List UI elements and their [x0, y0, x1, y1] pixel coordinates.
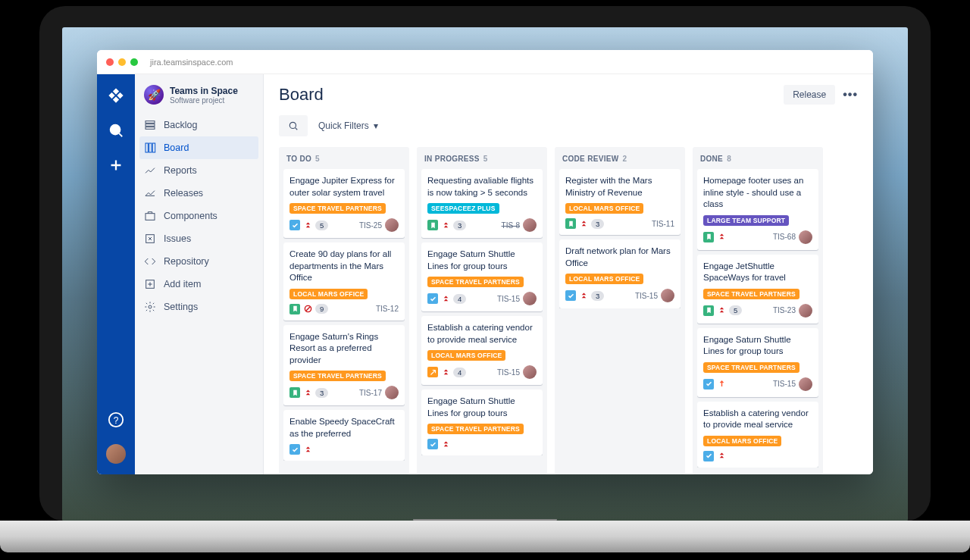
card-title: Engage Saturn Shuttle Lines for group to…	[427, 396, 537, 419]
issue-card[interactable]: Draft network plan for Mars OfficeLOCAL …	[559, 239, 681, 308]
epic-tag: SPACE TRAVEL PARTNERS	[427, 424, 524, 434]
app-window: jira.teamsinspace.com ?	[97, 50, 873, 474]
column-done: DONE 8Homepage footer uses an inline sty…	[693, 147, 823, 474]
issue-type-icon	[289, 387, 300, 398]
card-title: Homepage footer uses an inline style - s…	[703, 175, 812, 211]
assignee-avatar	[523, 218, 537, 232]
estimate-badge: 5	[315, 221, 328, 230]
chevron-down-icon: ▾	[374, 120, 378, 131]
epic-tag: LOCAL MARS OFFICE	[427, 350, 505, 361]
sidebar-item-components[interactable]: Components	[135, 205, 263, 227]
sidebar-item-board[interactable]: Board	[139, 136, 258, 159]
issue-key: TIS-12	[376, 305, 399, 313]
issue-card[interactable]: Enable Speedy SpaceCraft as the preferre…	[283, 410, 405, 461]
issue-card[interactable]: Engage Saturn Shuttle Lines for group to…	[697, 328, 818, 397]
issue-card[interactable]: Establish a catering vendor to provide m…	[421, 316, 543, 385]
sidebar-item-reports[interactable]: Reports	[135, 159, 263, 182]
issue-type-icon	[703, 232, 714, 242]
search-icon[interactable]	[105, 120, 127, 141]
sidebar-item-label: Components	[164, 211, 217, 221]
estimate-badge: 3	[315, 388, 328, 398]
epic-tag: LARGE TEAM SUPPORT	[703, 215, 789, 226]
user-avatar[interactable]	[106, 444, 126, 464]
card-title: Create 90 day plans for all departments …	[289, 249, 399, 284]
jira-logo-icon[interactable]	[105, 85, 127, 106]
quick-filters-label: Quick Filters	[318, 120, 369, 131]
project-type: Software project	[170, 96, 238, 105]
global-nav-rail: ?	[97, 74, 135, 474]
issue-type-icon	[289, 444, 300, 455]
svg-text:?: ?	[114, 415, 119, 426]
column-header: IN PROGRESS 5	[421, 153, 543, 169]
create-icon[interactable]	[105, 155, 127, 176]
issue-card[interactable]: Register with the Mars Ministry of Reven…	[559, 169, 681, 235]
column-in-progress: IN PROGRESS 5Requesting avaliable flight…	[417, 147, 547, 474]
help-icon[interactable]: ?	[105, 409, 127, 430]
issue-type-icon	[427, 367, 438, 377]
project-header[interactable]: 🚀 Teams in Space Software project	[135, 85, 263, 114]
issue-card[interactable]: Engage Saturn Shuttle Lines for group to…	[421, 389, 543, 455]
issue-card[interactable]: Engage Saturn Shuttle Lines for group to…	[421, 242, 543, 311]
sidebar-item-issues[interactable]: Issues	[135, 227, 263, 250]
issue-key: TIS-17	[359, 389, 382, 397]
issue-card[interactable]: Engage Saturn's Rings Resort as a prefer…	[283, 325, 405, 406]
epic-tag: LOCAL MARS OFFICE	[565, 274, 643, 284]
estimate-badge: 9	[315, 304, 328, 314]
card-title: Engage JetShuttle SpaceWays for travel	[703, 261, 812, 284]
issue-key: TIS-15	[497, 368, 520, 377]
assignee-avatar	[385, 386, 399, 399]
priority-icon	[717, 306, 726, 315]
issue-key: TIS-15	[773, 380, 796, 388]
priority-icon	[717, 452, 726, 461]
sidebar-item-settings[interactable]: Settings	[135, 296, 263, 318]
assignee-avatar	[799, 377, 812, 391]
issue-card[interactable]: Create 90 day plans for all departments …	[283, 242, 405, 321]
minimize-window-icon[interactable]	[118, 58, 126, 66]
sidebar-item-releases[interactable]: Releases	[135, 182, 263, 205]
quick-filters-dropdown[interactable]: Quick Filters ▾	[318, 120, 378, 131]
issue-card[interactable]: Engage Jupiter Express for outer solar s…	[283, 169, 405, 238]
estimate-badge: 4	[453, 294, 466, 304]
column-to-do: TO DO 5Engage Jupiter Express for outer …	[279, 147, 409, 474]
sidebar-item-label: Add item	[164, 279, 201, 289]
board-search-input[interactable]	[279, 115, 308, 136]
issue-key: TIS-23	[773, 306, 796, 314]
issue-card[interactable]: Homepage footer uses an inline style - s…	[697, 169, 818, 250]
issue-type-icon	[565, 218, 576, 229]
more-icon[interactable]: •••	[843, 88, 858, 102]
sidebar-item-repository[interactable]: Repository	[135, 250, 263, 273]
epic-tag: SPACE TRAVEL PARTNERS	[703, 362, 799, 373]
sidebar-item-add-item[interactable]: Add item	[135, 273, 263, 296]
svg-rect-8	[146, 127, 155, 130]
issue-type-icon	[427, 220, 438, 230]
card-title: Draft network plan for Mars Office	[565, 246, 674, 269]
url-text: jira.teamsinspace.com	[150, 58, 233, 67]
priority-icon	[303, 445, 312, 454]
column-header: CODE REVIEW 2	[559, 153, 681, 169]
card-title: Establish a catering vendor to provide m…	[703, 408, 812, 431]
assignee-avatar	[523, 292, 537, 305]
priority-icon	[441, 294, 450, 303]
sidebar-item-label: Reports	[164, 165, 197, 176]
issue-card[interactable]: Requesting avaliable flights is now taki…	[421, 169, 543, 238]
release-button[interactable]: Release	[784, 85, 835, 105]
sidebar-item-backlog[interactable]: Backlog	[135, 114, 263, 136]
issue-card[interactable]: Engage JetShuttle SpaceWays for travelSP…	[697, 255, 818, 324]
priority-icon	[441, 368, 450, 377]
issue-card[interactable]: Establish a catering vendor to provide m…	[697, 402, 818, 468]
estimate-badge: 3	[591, 219, 604, 229]
close-window-icon[interactable]	[106, 58, 114, 66]
maximize-window-icon[interactable]	[130, 58, 138, 66]
issue-type-icon	[289, 220, 300, 230]
card-title: Register with the Mars Ministry of Reven…	[565, 175, 674, 199]
estimate-badge: 3	[591, 291, 604, 301]
issue-type-icon	[703, 451, 714, 461]
priority-icon	[579, 291, 588, 300]
epic-tag: LOCAL MARS OFFICE	[289, 289, 368, 299]
page-title: Board	[279, 85, 324, 105]
svg-rect-7	[146, 124, 155, 127]
assignee-avatar	[799, 304, 812, 318]
priority-icon	[717, 233, 726, 242]
card-title: Engage Saturn's Rings Resort as a prefer…	[289, 331, 399, 367]
sidebar-item-label: Settings	[164, 302, 198, 312]
